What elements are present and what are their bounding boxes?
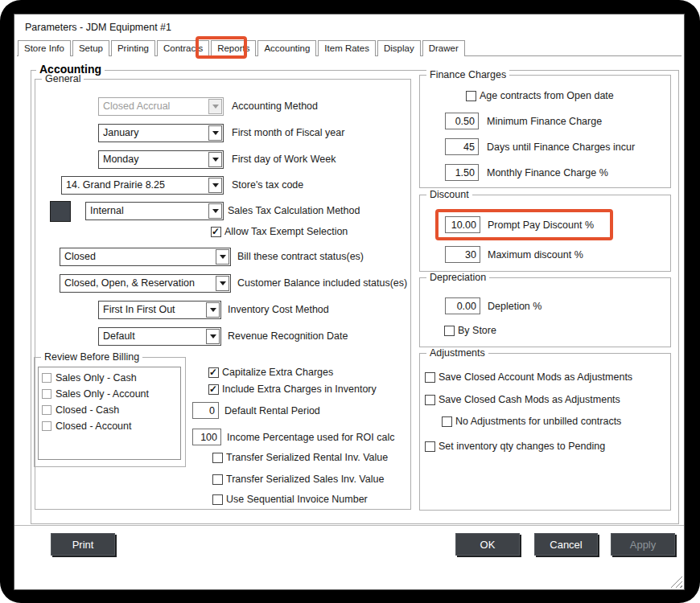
dropdown-value: Closed: [64, 251, 96, 262]
tax-code-dropdown[interactable]: 14. Grand Prairie 8.25: [61, 176, 224, 195]
no-adjustments-unbilled-checkbox[interactable]: [442, 416, 452, 427]
transfer-rental-inv-label: Transfer Serialized Rental Inv. Value: [226, 452, 388, 464]
tab-store-info[interactable]: Store Info: [18, 40, 71, 56]
days-until-finance-charges-input[interactable]: [445, 138, 479, 155]
accounting-method-label: Accounting Method: [232, 100, 318, 113]
dropdown-value: First In First Out: [103, 304, 175, 315]
review-before-billing-list[interactable]: Sales Only - Cash Sales Only - Account C…: [38, 367, 181, 460]
chevron-down-icon[interactable]: [208, 99, 222, 114]
dropdown-value: Closed Accrual: [103, 100, 170, 112]
default-rental-period-label: Default Rental Period: [224, 405, 320, 417]
chevron-down-icon[interactable]: [208, 125, 222, 141]
maximum-discount-label: Maximum discount %: [488, 249, 583, 261]
chevron-down-icon[interactable]: [216, 249, 229, 265]
list-item[interactable]: Sales Only - Account: [42, 386, 180, 402]
include-extra-charges-checkbox[interactable]: [208, 384, 219, 395]
sequential-invoice-label: Use Sequential Invoice Number: [226, 494, 368, 506]
ok-button[interactable]: OK: [455, 533, 520, 556]
tax-code-label: Store's tax code: [232, 179, 303, 191]
maximum-discount-input[interactable]: [445, 246, 480, 263]
prompt-pay-discount-highlight-annotation: [435, 209, 613, 240]
tab-accounting[interactable]: Accounting: [257, 40, 316, 56]
resize-grip[interactable]: [670, 576, 682, 588]
chevron-down-icon[interactable]: [208, 203, 222, 219]
list-item[interactable]: Closed - Account: [42, 418, 180, 434]
work-week-dropdown[interactable]: Monday: [98, 150, 224, 169]
customer-balance-status-dropdown[interactable]: Closed, Open, & Reservation: [60, 274, 231, 293]
dropdown-value: Internal: [90, 205, 124, 216]
save-closed-account-mods-checkbox[interactable]: [425, 372, 435, 383]
bill-contract-status-dropdown[interactable]: Closed: [60, 248, 231, 266]
window-title: Parameters - JDM Equipment #1: [25, 22, 171, 33]
no-adjustments-unbilled-label: No Adjustments for unbilled contracts: [455, 416, 621, 428]
closed-account-checkbox[interactable]: [42, 421, 51, 431]
accounting-method-dropdown[interactable]: Closed Accrual: [98, 97, 224, 116]
chevron-down-icon[interactable]: [206, 302, 220, 318]
transfer-sales-inv-checkbox[interactable]: [212, 474, 223, 485]
depletion-percent-label: Depletion %: [488, 301, 541, 313]
transfer-rental-inv-checkbox[interactable]: [212, 453, 223, 463]
inventory-qty-pending-checkbox[interactable]: [425, 441, 435, 452]
list-item[interactable]: Sales Only - Cash: [42, 370, 180, 386]
chevron-down-icon[interactable]: [208, 152, 222, 167]
chevron-down-icon[interactable]: [206, 329, 220, 344]
sales-only-account-checkbox[interactable]: [42, 389, 51, 399]
accounting-tab-highlight-annotation: [196, 36, 247, 59]
depreciation-legend: Depreciation: [426, 272, 489, 283]
footer-divider: [14, 525, 684, 528]
chevron-down-icon[interactable]: [216, 276, 229, 291]
adjustments-legend: Adjustments: [426, 347, 488, 359]
parameters-dialog: Parameters - JDM Equipment #1 Store Info…: [14, 14, 685, 590]
age-contracts-checkbox[interactable]: [466, 91, 476, 101]
fiscal-month-dropdown[interactable]: January: [98, 124, 224, 142]
fiscal-month-label: First month of Fiscal year: [232, 127, 344, 139]
sequential-invoice-checkbox[interactable]: [212, 494, 223, 505]
tab-display[interactable]: Display: [377, 40, 421, 56]
general-legend: General: [42, 73, 84, 84]
dropdown-value: Default: [103, 330, 135, 342]
allow-tax-exempt-checkbox[interactable]: [211, 227, 221, 237]
apply-button[interactable]: Apply: [611, 533, 675, 556]
list-item-label: Sales Only - Account: [56, 388, 149, 400]
dropdown-value: Monday: [103, 154, 138, 165]
revenue-recognition-label: Revenue Recognition Date: [228, 330, 348, 343]
closed-cash-checkbox[interactable]: [42, 405, 51, 415]
tab-item-rates[interactable]: Item Rates: [318, 40, 376, 56]
capitalize-extra-charges-label: Capitalize Extra Charges: [222, 367, 333, 379]
bill-contract-status-label: Bill these contract status(es): [237, 251, 364, 263]
inventory-cost-method-dropdown[interactable]: First In First Out: [98, 301, 221, 319]
chevron-down-icon[interactable]: [208, 178, 222, 193]
allow-tax-exempt-label: Allow Tax Exempt Selection: [224, 226, 348, 238]
work-week-label: First day of Work Week: [232, 154, 336, 166]
tab-setup[interactable]: Setup: [72, 40, 109, 56]
sales-only-cash-checkbox[interactable]: [42, 373, 51, 383]
tax-color-swatch-button[interactable]: [50, 201, 71, 222]
monthly-finance-charge-input[interactable]: [445, 164, 479, 181]
by-store-checkbox[interactable]: [444, 326, 455, 336]
cancel-button[interactable]: Cancel: [534, 533, 598, 556]
capitalize-extra-charges-checkbox[interactable]: [208, 367, 219, 378]
include-extra-charges-label: Include Extra Charges in Inventory: [222, 384, 377, 396]
minimum-finance-charge-label: Minimum Finance Charge: [487, 116, 602, 128]
save-closed-cash-mods-checkbox[interactable]: [425, 395, 435, 405]
list-item-label: Closed - Account: [56, 420, 132, 432]
finance-charges-legend: Finance Charges: [426, 69, 509, 80]
revenue-recognition-dropdown[interactable]: Default: [98, 327, 221, 346]
sales-tax-method-label: Sales Tax Calculation Method: [228, 205, 360, 217]
by-store-label: By Store: [458, 325, 496, 337]
income-roi-percentage-input[interactable]: [192, 429, 221, 445]
review-before-billing-legend: Review Before Billing: [41, 351, 142, 363]
discount-legend: Discount: [426, 189, 472, 200]
transfer-sales-inv-label: Transfer Serialized Sales Inv. Value: [226, 474, 384, 486]
minimum-finance-charge-input[interactable]: [445, 113, 479, 129]
default-rental-period-input[interactable]: [192, 402, 219, 419]
print-button[interactable]: Print: [51, 533, 115, 556]
tab-printing[interactable]: Printing: [111, 40, 155, 56]
sales-tax-method-dropdown[interactable]: Internal: [85, 202, 224, 220]
list-item[interactable]: Closed - Cash: [42, 402, 180, 418]
income-roi-percentage-label: Income Percentage used for ROI calc: [227, 432, 394, 444]
depletion-percent-input[interactable]: [445, 297, 480, 314]
age-contracts-label: Age contracts from Open date: [480, 90, 614, 102]
inventory-qty-pending-label: Set inventory qty changes to Pending: [439, 441, 605, 453]
tab-drawer[interactable]: Drawer: [422, 40, 465, 56]
